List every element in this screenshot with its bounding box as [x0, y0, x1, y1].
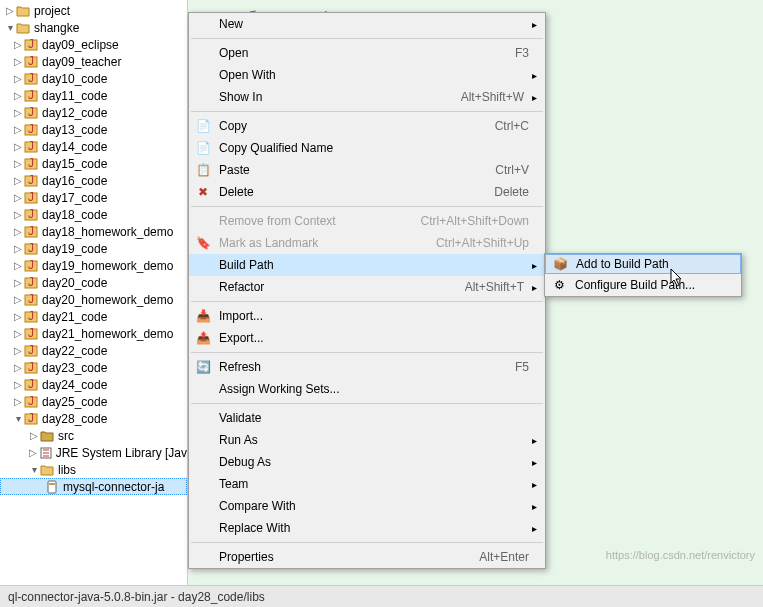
- expand-icon[interactable]: ▷: [12, 73, 24, 84]
- tree-item[interactable]: ▷Jday12_code: [0, 104, 187, 121]
- expand-icon[interactable]: ▷: [12, 362, 24, 373]
- expand-icon[interactable]: ▷: [12, 192, 24, 203]
- svg-text:J: J: [28, 293, 34, 306]
- collapse-icon[interactable]: ▾: [12, 413, 24, 424]
- build-path-submenu[interactable]: 📦 Add to Build Path ⚙ Configure Build Pa…: [544, 253, 742, 297]
- menu-validate[interactable]: Validate: [189, 407, 545, 429]
- expand-icon[interactable]: ▷: [12, 294, 24, 305]
- tree-item[interactable]: ▷Jday17_code: [0, 189, 187, 206]
- menu-separator: [191, 206, 543, 207]
- tree-item[interactable]: ▷Jday10_code: [0, 70, 187, 87]
- java-project-icon: J: [24, 327, 40, 341]
- menu-copy[interactable]: 📄CopyCtrl+C: [189, 115, 545, 137]
- collapse-icon[interactable]: ▾: [28, 464, 40, 475]
- tree-item[interactable]: ▷Jday14_code: [0, 138, 187, 155]
- submenu-configure-build-path[interactable]: ⚙ Configure Build Path...: [545, 274, 741, 296]
- expand-icon[interactable]: ▷: [12, 158, 24, 169]
- tree-item-jre[interactable]: ▷ JRE System Library [Jav: [0, 444, 187, 461]
- expand-icon[interactable]: ▷: [12, 311, 24, 322]
- collapse-icon[interactable]: ▾: [4, 22, 16, 33]
- menu-compare-with[interactable]: Compare With▸: [189, 495, 545, 517]
- expand-icon[interactable]: ▷: [12, 124, 24, 135]
- tree-item[interactable]: ▷Jday23_code: [0, 359, 187, 376]
- menu-team[interactable]: Team▸: [189, 473, 545, 495]
- svg-text:J: J: [28, 242, 34, 255]
- menu-run-as[interactable]: Run As▸: [189, 429, 545, 451]
- tree-item[interactable]: ▷Jday22_code: [0, 342, 187, 359]
- expand-icon[interactable]: ▷: [12, 243, 24, 254]
- menu-separator: [191, 301, 543, 302]
- copy-icon: 📄: [195, 140, 211, 156]
- tree-item[interactable]: ▷Jday24_code: [0, 376, 187, 393]
- tree-item[interactable]: ▷Jday13_code: [0, 121, 187, 138]
- expand-icon[interactable]: ▷: [28, 447, 39, 458]
- expand-icon[interactable]: ▷: [12, 56, 24, 67]
- tree-item[interactable]: ▷Jday25_code: [0, 393, 187, 410]
- paste-icon: 📋: [195, 162, 211, 178]
- tree-item[interactable]: ▷Jday19_code: [0, 240, 187, 257]
- tree-item[interactable]: ▷Jday16_code: [0, 172, 187, 189]
- expand-icon[interactable]: ▷: [12, 277, 24, 288]
- tree-item[interactable]: ▷Jday21_homework_demo: [0, 325, 187, 342]
- gear-icon: ⚙: [551, 277, 567, 293]
- menu-export[interactable]: 📤Export...: [189, 327, 545, 349]
- expand-icon[interactable]: ▷: [12, 379, 24, 390]
- tree-item[interactable]: ▷Jday09_eclipse: [0, 36, 187, 53]
- menu-replace-with[interactable]: Replace With▸: [189, 517, 545, 539]
- java-project-icon: J: [24, 361, 40, 375]
- menu-new[interactable]: New▸: [189, 13, 545, 35]
- java-project-icon: J: [24, 293, 40, 307]
- tree-item[interactable]: ▷Jday19_homework_demo: [0, 257, 187, 274]
- svg-text:J: J: [28, 310, 34, 323]
- java-project-icon: J: [24, 89, 40, 103]
- expand-icon[interactable]: ▷: [12, 209, 24, 220]
- tree-item-day28[interactable]: ▾ J day28_code: [0, 410, 187, 427]
- menu-properties[interactable]: PropertiesAlt+Enter: [189, 546, 545, 568]
- expand-icon[interactable]: ▷: [12, 345, 24, 356]
- tree-item[interactable]: ▷Jday20_code: [0, 274, 187, 291]
- tree-item[interactable]: ▷Jday21_code: [0, 308, 187, 325]
- context-menu[interactable]: New▸ OpenF3 Open With▸ Show InAlt+Shift+…: [188, 12, 546, 569]
- menu-build-path[interactable]: Build Path▸: [189, 254, 545, 276]
- menu-refresh[interactable]: 🔄RefreshF5: [189, 356, 545, 378]
- expand-icon[interactable]: ▷: [28, 430, 40, 441]
- expand-icon[interactable]: ▷: [12, 90, 24, 101]
- submenu-add-build-path[interactable]: 📦 Add to Build Path: [545, 254, 741, 274]
- tree-item[interactable]: ▷Jday09_teacher: [0, 53, 187, 70]
- expand-icon[interactable]: ▷: [12, 226, 24, 237]
- expand-icon[interactable]: ▷: [12, 39, 24, 50]
- menu-copy-qualified[interactable]: 📄Copy Qualified Name: [189, 137, 545, 159]
- tree-item[interactable]: ▷Jday18_homework_demo: [0, 223, 187, 240]
- expand-icon[interactable]: ▷: [12, 328, 24, 339]
- expand-icon[interactable]: ▷: [12, 107, 24, 118]
- expand-icon[interactable]: ▷: [12, 260, 24, 271]
- menu-delete[interactable]: ✖DeleteDelete: [189, 181, 545, 203]
- expand-icon[interactable]: ▷: [12, 175, 24, 186]
- tree-item[interactable]: ▷Jday15_code: [0, 155, 187, 172]
- project-explorer[interactable]: ▷ project ▾ shangke ▷Jday09_eclipse▷Jday…: [0, 0, 188, 585]
- folder-icon: [16, 4, 32, 18]
- svg-text:J: J: [28, 395, 34, 408]
- menu-debug-as[interactable]: Debug As▸: [189, 451, 545, 473]
- tree-item-libs[interactable]: ▾ libs: [0, 461, 187, 478]
- tree-item-src[interactable]: ▷ src: [0, 427, 187, 444]
- tree-item[interactable]: ▷Jday11_code: [0, 87, 187, 104]
- expand-icon[interactable]: ▷: [12, 141, 24, 152]
- menu-show-in[interactable]: Show InAlt+Shift+W▸: [189, 86, 545, 108]
- expand-icon[interactable]: ▷: [12, 396, 24, 407]
- menu-assign-ws[interactable]: Assign Working Sets...: [189, 378, 545, 400]
- svg-text:J: J: [28, 140, 34, 153]
- menu-import[interactable]: 📥Import...: [189, 305, 545, 327]
- java-project-icon: J: [24, 259, 40, 273]
- menu-open-with[interactable]: Open With▸: [189, 64, 545, 86]
- refresh-icon: 🔄: [195, 359, 211, 375]
- tree-item[interactable]: ▷Jday18_code: [0, 206, 187, 223]
- menu-paste[interactable]: 📋PasteCtrl+V: [189, 159, 545, 181]
- project-root[interactable]: ▷ project: [0, 2, 187, 19]
- menu-refactor[interactable]: RefactorAlt+Shift+T▸: [189, 276, 545, 298]
- tree-item-jar[interactable]: mysql-connector-ja: [0, 478, 187, 495]
- tree-item[interactable]: ▷Jday20_homework_demo: [0, 291, 187, 308]
- shangke-root[interactable]: ▾ shangke: [0, 19, 187, 36]
- menu-open[interactable]: OpenF3: [189, 42, 545, 64]
- expand-icon[interactable]: ▷: [4, 5, 16, 16]
